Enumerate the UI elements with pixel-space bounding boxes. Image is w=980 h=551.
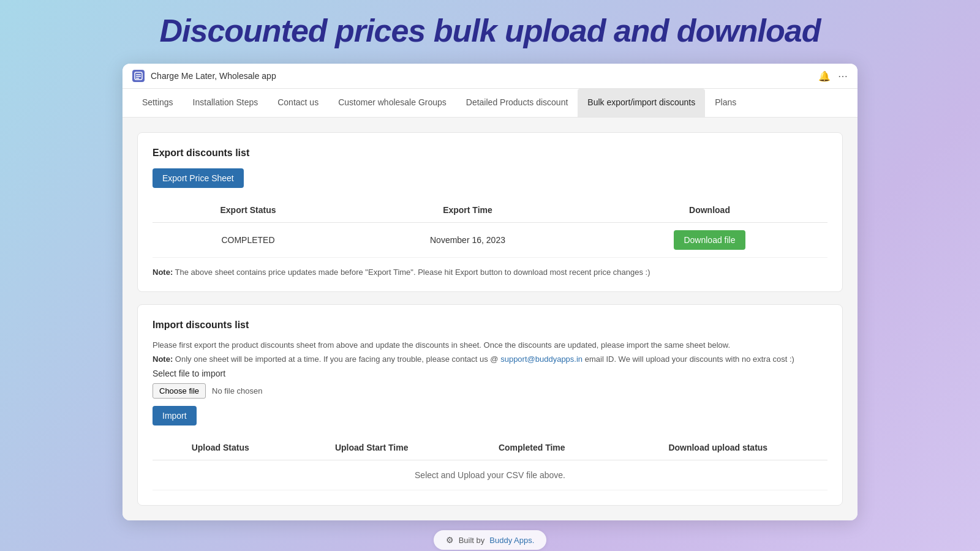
export-note: Note: The above sheet contains price upd…	[153, 268, 827, 277]
nav-tabs: Settings Installation Steps Contact us C…	[123, 89, 858, 118]
tab-installation-steps[interactable]: Installation Steps	[183, 89, 268, 117]
no-file-text: No file chosen	[212, 386, 262, 395]
import-card: Import discounts list Please first expor…	[137, 304, 843, 506]
choose-file-button[interactable]: Choose file	[153, 383, 206, 399]
export-price-sheet-button[interactable]: Export Price Sheet	[153, 168, 244, 188]
svg-rect-2	[136, 76, 141, 77]
tab-detailed-products-discount[interactable]: Detailed Products discount	[456, 89, 578, 117]
select-file-label: Select file to import	[153, 369, 827, 378]
export-card: Export discounts list Export Price Sheet…	[137, 132, 843, 292]
import-card-title: Import discounts list	[153, 320, 827, 331]
upload-start-time-header: Upload Start Time	[288, 435, 455, 460]
footer-inner: ⚙ Built by Buddy Apps.	[434, 530, 547, 550]
export-status-header: Export Status	[153, 198, 344, 223]
export-time-header: Export Time	[344, 198, 592, 223]
tab-contact-us[interactable]: Contact us	[268, 89, 328, 117]
tab-customer-wholesale-groups[interactable]: Customer wholesale Groups	[328, 89, 456, 117]
export-note-label: Note:	[153, 268, 173, 277]
footer: ⚙ Built by Buddy Apps.	[434, 530, 547, 550]
download-file-button[interactable]: Download file	[674, 230, 745, 250]
export-note-text: The above sheet contains price updates m…	[175, 268, 650, 277]
export-table: Export Status Export Time Download COMPL…	[153, 198, 827, 258]
more-icon[interactable]: ⋯	[838, 70, 848, 82]
import-contact-email[interactable]: support@buddyapps.in	[500, 354, 582, 364]
gear-icon: ⚙	[446, 535, 454, 545]
table-row: COMPLETED November 16, 2023 Download fil…	[153, 223, 827, 258]
tab-plans[interactable]: Plans	[705, 89, 746, 117]
completed-time-header: Completed Time	[455, 435, 609, 460]
import-description: Please first export the product discount…	[153, 340, 827, 350]
export-card-title: Export discounts list	[153, 148, 827, 159]
download-upload-status-header: Download upload status	[609, 435, 827, 460]
window-title: Charge Me Later, Wholesale app	[151, 71, 818, 81]
import-note-text2: email ID. We will upload your discounts …	[585, 354, 794, 364]
window-controls: 🔔 ⋯	[818, 70, 848, 82]
import-note-text: Only one sheet will be imported at a tim…	[175, 354, 499, 364]
page-title: Discounted prices bulk upload and downlo…	[160, 12, 821, 49]
import-note-label: Note:	[153, 354, 173, 364]
bell-icon[interactable]: 🔔	[818, 70, 831, 82]
app-icon	[132, 70, 145, 82]
svg-rect-3	[136, 78, 139, 79]
app-window: Charge Me Later, Wholesale app 🔔 ⋯ Setti…	[123, 64, 858, 520]
export-status-value: COMPLETED	[153, 223, 344, 258]
buddy-apps-link[interactable]: Buddy Apps.	[489, 536, 534, 545]
file-input-row: Choose file No file chosen	[153, 383, 827, 399]
svg-rect-1	[136, 74, 141, 75]
import-note: Note: Only one sheet will be imported at…	[153, 354, 827, 364]
upload-table-container: Upload Status Upload Start Time Complete…	[153, 435, 827, 490]
upload-empty-message: Select and Upload your CSV file above.	[153, 460, 827, 490]
download-cell: Download file	[592, 223, 827, 258]
upload-empty-row: Select and Upload your CSV file above.	[153, 460, 827, 490]
main-content: Export discounts list Export Price Sheet…	[123, 118, 858, 520]
import-button[interactable]: Import	[153, 406, 197, 425]
footer-text: Built by	[459, 536, 485, 545]
tab-bulk-export-import[interactable]: Bulk export/import discounts	[578, 89, 705, 117]
upload-status-header: Upload Status	[153, 435, 288, 460]
window-titlebar: Charge Me Later, Wholesale app 🔔 ⋯	[123, 64, 858, 89]
upload-table: Upload Status Upload Start Time Complete…	[153, 435, 827, 490]
export-time-value: November 16, 2023	[344, 223, 592, 258]
export-table-container: Export Status Export Time Download COMPL…	[153, 198, 827, 258]
tab-settings[interactable]: Settings	[132, 89, 183, 117]
download-header: Download	[592, 198, 827, 223]
